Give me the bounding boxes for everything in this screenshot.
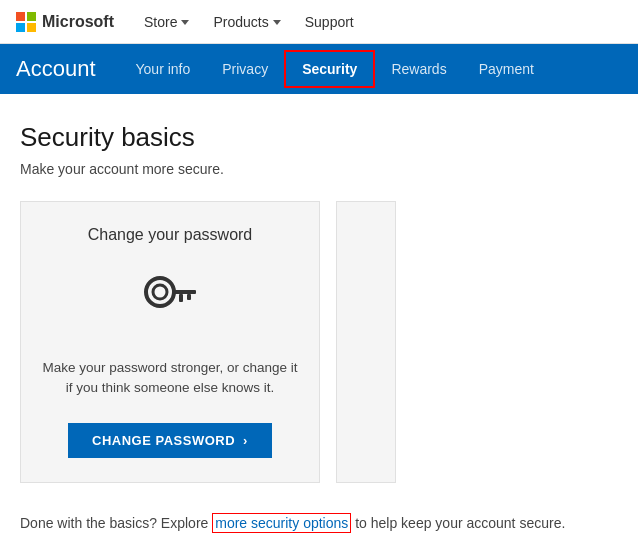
nav-link-store[interactable]: Store xyxy=(134,10,199,34)
account-nav-rewards[interactable]: Rewards xyxy=(375,44,462,94)
footer-text: Done with the basics? Explore more secur… xyxy=(20,515,618,531)
chevron-down-icon xyxy=(273,20,281,25)
account-link-payment[interactable]: Payment xyxy=(463,44,550,94)
main-content: Security basics Make your account more s… xyxy=(0,94,638,551)
svg-rect-4 xyxy=(179,294,183,302)
account-nav-security[interactable]: Security xyxy=(284,50,375,88)
svg-point-0 xyxy=(146,278,174,306)
card-description: Make your password stronger, or change i… xyxy=(41,358,299,399)
nav-item-store[interactable]: Store xyxy=(134,10,199,34)
footer-suffix: to help keep your account secure. xyxy=(351,515,565,531)
nav-item-products[interactable]: Products xyxy=(203,10,290,34)
account-nav-your-info[interactable]: Your info xyxy=(120,44,207,94)
svg-rect-2 xyxy=(172,290,196,294)
key-icon xyxy=(135,264,205,338)
brand-name: Microsoft xyxy=(42,13,114,31)
svg-rect-3 xyxy=(187,294,191,300)
microsoft-logo[interactable]: Microsoft xyxy=(16,12,114,32)
nav-item-support[interactable]: Support xyxy=(295,10,364,34)
logo-grid xyxy=(16,12,36,32)
account-link-privacy[interactable]: Privacy xyxy=(206,44,284,94)
account-nav-payment[interactable]: Payment xyxy=(463,44,550,94)
change-password-button[interactable]: CHANGE PASSWORD › xyxy=(68,423,272,458)
top-nav-links: Store Products Support xyxy=(134,10,364,34)
button-label: CHANGE PASSWORD xyxy=(92,433,235,448)
change-password-card: Change your password Make your password … xyxy=(20,201,320,483)
cards-row: Change your password Make your password … xyxy=(20,201,618,483)
account-brand: Account xyxy=(16,56,112,82)
card-title: Change your password xyxy=(88,226,253,244)
account-link-security[interactable]: Security xyxy=(284,50,375,88)
account-link-rewards[interactable]: Rewards xyxy=(375,44,462,94)
arrow-icon: › xyxy=(243,433,248,448)
page-title: Security basics xyxy=(20,122,618,153)
account-nav-items: Your info Privacy Security Rewards Payme… xyxy=(120,44,550,94)
chevron-down-icon xyxy=(181,20,189,25)
top-navigation: Microsoft Store Products Support xyxy=(0,0,638,44)
account-link-your-info[interactable]: Your info xyxy=(120,44,207,94)
page-subtitle: Make your account more secure. xyxy=(20,161,618,177)
account-navigation: Account Your info Privacy Security Rewar… xyxy=(0,44,638,94)
footer-prefix: Done with the basics? Explore xyxy=(20,515,212,531)
second-card-partial xyxy=(336,201,396,483)
svg-point-1 xyxy=(153,285,167,299)
account-nav-privacy[interactable]: Privacy xyxy=(206,44,284,94)
nav-link-products[interactable]: Products xyxy=(203,10,290,34)
more-security-link[interactable]: more security options xyxy=(212,513,351,533)
nav-link-support[interactable]: Support xyxy=(295,10,364,34)
